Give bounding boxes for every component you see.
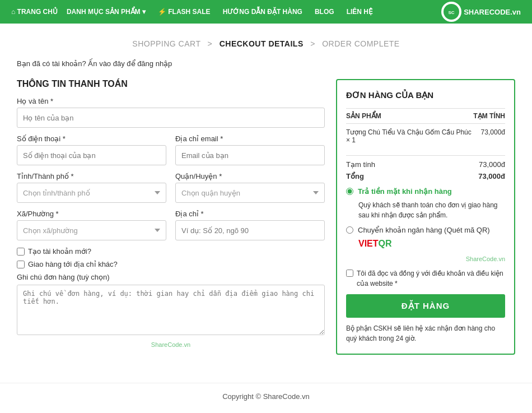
create-account-group: Tạo tài khoản mới? (17, 247, 325, 256)
terms-group: Tôi đã đọc và đồng ý với điều khoản và đ… (346, 268, 505, 289)
create-account-checkbox[interactable] (17, 248, 25, 256)
breadcrumb-step1: SHOPPING CART (132, 39, 200, 48)
district-group: Quận/Huyện * Chọn quận huyện (175, 172, 325, 203)
brand-label: SHARECODE.vn (464, 8, 521, 16)
copyright: Copyright © ShareCode.vn (222, 392, 310, 401)
bank-radio[interactable] (346, 226, 353, 234)
province-select[interactable]: Chọn tỉnh/thành phố (17, 183, 166, 203)
item-price: 73,000đ (473, 124, 505, 149)
order-summary-panel: ĐƠN HÀNG CỦA BẠN SẢN PHẨM TẠM TÍNH Tượng… (336, 79, 515, 355)
create-account-label: Tạo tài khoản mới? (28, 247, 91, 256)
breadcrumb-sep1: > (208, 39, 215, 48)
item-name: Tượng Chú Tiểu Và Chậu Gốm Cầu Phúc (346, 128, 472, 136)
phone-group: Số điện thoại * (17, 134, 166, 165)
address-input[interactable] (175, 220, 325, 240)
notes-textarea[interactable] (17, 285, 325, 335)
ship-different-label: Giao hàng tới địa chỉ khác? (28, 260, 118, 268)
ward-select[interactable]: Chọn xã/phường (17, 220, 166, 240)
notes-label: Ghi chú đơn hàng (tuỳ chọn) (17, 273, 325, 281)
order-summary-title: ĐƠN HÀNG CỦA BẠN (346, 90, 505, 100)
breadcrumb-step3: ORDER COMPLETE (322, 39, 399, 48)
billing-panel: THÔNG TIN THANH TOÁN Họ và tên * Số điện… (17, 79, 325, 349)
home-icon: ⌂ (11, 8, 15, 16)
nav-flash-sale[interactable]: ⚡ FLASH SALE (158, 8, 211, 16)
chevron-down-icon: ▾ (142, 8, 146, 16)
billing-title: THÔNG TIN THANH TOÁN (17, 79, 325, 89)
total-row: Tổng 73,000đ (346, 172, 505, 180)
nav-blog[interactable]: BLOG (315, 8, 334, 16)
place-order-button[interactable]: ĐẶT HÀNG (346, 294, 505, 318)
bank-option: Chuyển khoản ngân hàng (Quét mã QR) (346, 226, 505, 234)
order-table: SẢN PHẨM TẠM TÍNH Tượng Chú Tiểu Và Chậu… (346, 108, 505, 149)
navbar: ⌂ TRANG CHỦ DANH MỤC SẢN PHẨM ▾ ⚡ FLASH … (0, 0, 532, 24)
col-product: SẢN PHẨM (346, 109, 473, 124)
footer: Copyright © ShareCode.vn (0, 383, 532, 410)
vietqr-viet: VIET (358, 239, 379, 249)
full-name-label: Họ và tên * (17, 97, 325, 105)
cod-option: Trả tiền mặt khi nhận hàng (346, 187, 505, 196)
table-row: Tượng Chú Tiểu Và Chậu Gốm Cầu Phúc × 1 … (346, 124, 505, 149)
breadcrumb-step2: CHECKOUT DETAILS (220, 39, 304, 48)
phone-email-row: Số điện thoại * Địa chỉ email * (17, 134, 325, 172)
province-group: Tỉnh/Thành phố * Chọn tỉnh/thành phố (17, 172, 166, 203)
phone-input[interactable] (17, 145, 166, 165)
district-select[interactable]: Chọn quận huyện (175, 183, 325, 203)
total-label: Tổng (346, 172, 364, 180)
email-group: Địa chỉ email * (175, 134, 325, 165)
address-group: Địa chỉ * (175, 210, 325, 240)
full-name-input[interactable] (17, 108, 325, 128)
breadcrumb-sep2: > (310, 39, 318, 48)
payment-section: Trả tiền mặt khi nhận hàng Quý khách sẽ … (346, 187, 505, 344)
nav-danh-muc[interactable]: DANH MỤC SẢN PHẨM ▾ (67, 8, 146, 16)
district-label: Quận/Huyện * (175, 172, 325, 180)
nav-lien-he[interactable]: LIÊN HỆ (347, 8, 373, 16)
col-subtotal: TẠM TÍNH (473, 109, 505, 124)
site-logo: SC (441, 2, 461, 22)
svg-text:SC: SC (449, 10, 455, 15)
cod-label: Trả tiền mặt khi nhận hàng (358, 187, 452, 196)
confirm-note: Bộ phận CSKH sẽ liên hệ xác nhận đơn hàn… (346, 323, 505, 344)
vietqr-qr: QR (379, 239, 392, 249)
ship-different-checkbox[interactable] (17, 261, 25, 268)
subtotal-label: Tạm tính (346, 160, 375, 169)
province-label: Tỉnh/Thành phố * (17, 172, 166, 180)
login-hint: Bạn đã có tài khoản? Ấn vào đây để đăng … (17, 59, 515, 68)
email-label: Địa chỉ email * (175, 134, 325, 143)
total-value: 73,000đ (478, 172, 505, 180)
province-district-row: Tỉnh/Thành phố * Chọn tỉnh/thành phố Quậ… (17, 172, 325, 210)
ward-address-row: Xã/Phường * Chọn xã/phường Địa chỉ * (17, 210, 325, 247)
subtotal-row: Tạm tính 73,000đ (346, 160, 505, 169)
main-content: Bạn đã có tài khoản? Ấn vào đây để đăng … (6, 59, 526, 372)
terms-checkbox[interactable] (346, 270, 353, 277)
ward-group: Xã/Phường * Chọn xã/phường (17, 210, 166, 240)
checkout-grid: THÔNG TIN THANH TOÁN Họ và tên * Số điện… (17, 79, 515, 355)
phone-label: Số điện thoại * (17, 134, 166, 143)
watermark-right: ShareCode.vn (466, 256, 505, 262)
flash-icon: ⚡ (158, 8, 166, 16)
cod-radio[interactable] (346, 188, 353, 195)
vietqr-badge: VIET QR (358, 239, 505, 249)
item-info: Tượng Chú Tiểu Và Chậu Gốm Cầu Phúc × 1 (346, 124, 473, 149)
ward-label: Xã/Phường * (17, 210, 166, 218)
email-input[interactable] (175, 145, 325, 165)
nav-home[interactable]: ⌂ TRANG CHỦ (11, 8, 58, 16)
item-qty: × 1 (346, 136, 356, 144)
ship-different-group: Giao hàng tới địa chỉ khác? (17, 260, 325, 268)
cod-description: Quý khách sẽ thanh toán cho đơn vị giao … (358, 200, 505, 220)
full-name-group: Họ và tên * (17, 97, 325, 128)
order-totals: Tạm tính 73,000đ Tổng 73,000đ (346, 155, 505, 180)
address-label: Địa chỉ * (175, 210, 325, 218)
bank-label: Chuyển khoản ngân hàng (Quét mã QR) (358, 226, 490, 234)
terms-label: Tôi đã đọc và đồng ý với điều khoản và đ… (357, 268, 505, 289)
breadcrumb: SHOPPING CART > CHECKOUT DETAILS > ORDER… (0, 24, 532, 59)
subtotal-value: 73,000đ (479, 160, 505, 169)
nav-huong-dan[interactable]: HƯỚNG DẪN ĐẶT HÀNG (223, 8, 302, 16)
watermark-left: ShareCode.vn (151, 341, 190, 348)
